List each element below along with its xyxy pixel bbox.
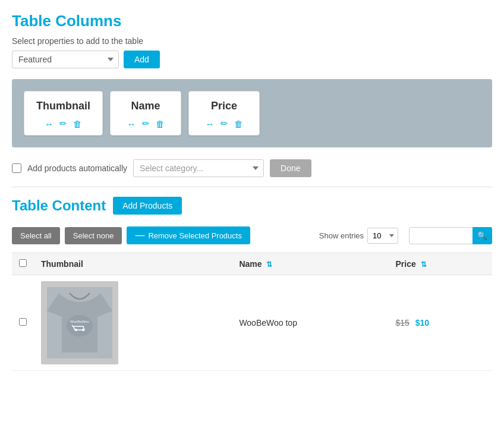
remove-icon: — <box>135 231 144 240</box>
column-card-actions-price: ↔ ✏ 🗑 <box>201 118 247 129</box>
table-content-section: Table Content Add Products Select all Se… <box>12 197 492 371</box>
product-table: Thumbnail Name ⇅ Price ⇅ <box>12 253 492 371</box>
th-price[interactable]: Price ⇅ <box>388 253 492 275</box>
add-products-button[interactable]: Add Products <box>113 197 182 215</box>
category-select[interactable]: Select category... <box>133 159 264 177</box>
row-name-cell: WooBeWoo top <box>232 275 388 371</box>
product-name: WooBeWoo top <box>239 318 297 328</box>
add-property-button[interactable]: Add <box>124 51 160 68</box>
search-button[interactable]: 🔍 <box>472 227 492 244</box>
th-name[interactable]: Name ⇅ <box>232 253 388 275</box>
section-divider <box>12 187 492 187</box>
column-card-title-price: Price <box>201 100 247 112</box>
subtitle: Select properties to add to the table <box>12 36 492 46</box>
property-select[interactable]: Featured Thumbnail Name Price SKU Stock <box>12 51 119 68</box>
table-row: WooBeWoo WooBeWoo top <box>12 275 492 371</box>
edit-thumbnail-button[interactable]: ✏ <box>59 118 67 129</box>
auto-add-label: Add products automatically <box>27 163 127 173</box>
column-card-title-thumbnail: Thumbnail <box>36 100 90 112</box>
select-all-button[interactable]: Select all <box>12 227 60 244</box>
header-checkbox[interactable] <box>19 259 27 267</box>
product-thumbnail: WooBeWoo <box>41 281 118 364</box>
row-thumbnail-cell: WooBeWoo <box>34 275 232 371</box>
delete-thumbnail-button[interactable]: 🗑 <box>73 119 82 129</box>
page-wrapper: Table Columns Select properties to add t… <box>0 0 504 428</box>
search-icon: 🔍 <box>477 231 487 240</box>
done-button[interactable]: Done <box>270 159 311 177</box>
delete-price-button[interactable]: 🗑 <box>234 119 243 129</box>
column-card-thumbnail: Thumbnail ↔ ✏ 🗑 <box>24 91 103 136</box>
table-body: WooBeWoo WooBeWoo top <box>12 275 492 371</box>
move-price-button[interactable]: ↔ <box>206 119 215 129</box>
page-title: Table Columns <box>12 12 492 30</box>
th-select-all <box>12 253 34 275</box>
remove-selected-button[interactable]: — Remove Selected Products <box>127 226 250 244</box>
columns-area: Thumbnail ↔ ✏ 🗑 Name ↔ ✏ 🗑 Price <box>12 79 492 147</box>
delete-name-button[interactable]: 🗑 <box>156 119 165 129</box>
column-card-title-name: Name <box>122 100 169 112</box>
show-entries: Show entries 10 25 50 100 <box>319 228 398 244</box>
move-thumbnail-button[interactable]: ↔ <box>45 119 53 129</box>
svg-text:WooBeWoo: WooBeWoo <box>70 320 89 323</box>
select-none-button[interactable]: Select none <box>65 227 122 244</box>
show-entries-label: Show entries <box>319 231 364 240</box>
product-price-sale: $10 <box>415 318 429 328</box>
search-wrapper: 🔍 <box>409 227 492 244</box>
table-controls: Select all Select none — Remove Selected… <box>12 226 492 244</box>
th-thumbnail: Thumbnail <box>34 253 232 275</box>
product-price-original: $15 <box>395 318 409 328</box>
entries-select[interactable]: 10 25 50 100 <box>367 228 398 244</box>
price-sort-icon: ⇅ <box>421 260 427 269</box>
auto-add-checkbox[interactable] <box>12 163 21 173</box>
content-title: Table Content <box>12 197 106 214</box>
column-card-actions-thumbnail: ↔ ✏ 🗑 <box>36 118 90 129</box>
table-columns-section: Table Columns Select properties to add t… <box>12 12 492 177</box>
remove-selected-label: Remove Selected Products <box>148 231 242 240</box>
content-title-row: Table Content Add Products <box>12 197 492 215</box>
edit-name-button[interactable]: ✏ <box>142 118 150 129</box>
column-card-actions-name: ↔ ✏ 🗑 <box>122 118 169 129</box>
row-price-cell: $15 $10 <box>388 275 492 371</box>
table-header-row: Thumbnail Name ⇅ Price ⇅ <box>12 253 492 275</box>
column-card-name: Name ↔ ✏ 🗑 <box>110 91 181 136</box>
table-head: Thumbnail Name ⇅ Price ⇅ <box>12 253 492 275</box>
row-checkbox-cell <box>12 275 34 371</box>
tshirt-icon: WooBeWoo <box>47 287 112 358</box>
edit-price-button[interactable]: ✏ <box>220 118 228 129</box>
name-sort-icon: ⇅ <box>266 260 272 269</box>
column-card-price: Price ↔ ✏ 🗑 <box>188 91 260 136</box>
auto-add-row: Add products automatically Select catego… <box>12 159 492 177</box>
svg-point-1 <box>67 315 93 336</box>
move-name-button[interactable]: ↔ <box>127 119 136 129</box>
row-checkbox[interactable] <box>19 318 27 326</box>
property-row: Featured Thumbnail Name Price SKU Stock … <box>12 51 492 68</box>
